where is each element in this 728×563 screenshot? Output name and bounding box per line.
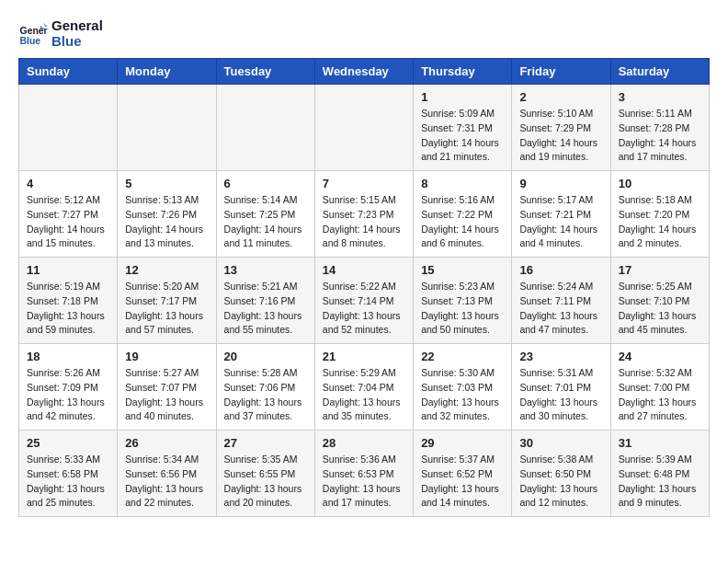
calendar-cell: 30Sunrise: 5:38 AM Sunset: 6:50 PM Dayli… bbox=[512, 431, 610, 517]
day-info: Sunrise: 5:09 AM Sunset: 7:31 PM Dayligh… bbox=[421, 107, 504, 165]
day-number: 22 bbox=[421, 350, 504, 363]
calendar-cell: 16Sunrise: 5:24 AM Sunset: 7:11 PM Dayli… bbox=[512, 258, 610, 344]
day-info: Sunrise: 5:10 AM Sunset: 7:29 PM Dayligh… bbox=[519, 107, 602, 165]
calendar-cell: 15Sunrise: 5:23 AM Sunset: 7:13 PM Dayli… bbox=[414, 258, 512, 344]
day-number: 13 bbox=[224, 263, 307, 277]
calendar-week-2: 4Sunrise: 5:12 AM Sunset: 7:27 PM Daylig… bbox=[19, 171, 710, 258]
day-number: 17 bbox=[619, 263, 701, 277]
calendar-cell: 21Sunrise: 5:29 AM Sunset: 7:04 PM Dayli… bbox=[314, 344, 413, 431]
day-info: Sunrise: 5:21 AM Sunset: 7:16 PM Dayligh… bbox=[224, 280, 307, 338]
logo-general-text: General bbox=[51, 18, 103, 34]
calendar-cell: 27Sunrise: 5:35 AM Sunset: 6:55 PM Dayli… bbox=[216, 431, 314, 517]
calendar-cell: 14Sunrise: 5:22 AM Sunset: 7:14 PM Dayli… bbox=[314, 258, 413, 344]
calendar-cell: 7Sunrise: 5:15 AM Sunset: 7:23 PM Daylig… bbox=[314, 171, 413, 258]
day-info: Sunrise: 5:26 AM Sunset: 7:09 PM Dayligh… bbox=[27, 366, 109, 424]
day-info: Sunrise: 5:35 AM Sunset: 6:55 PM Dayligh… bbox=[224, 453, 307, 511]
day-number: 15 bbox=[421, 263, 504, 277]
day-number: 3 bbox=[619, 90, 701, 104]
day-info: Sunrise: 5:18 AM Sunset: 7:20 PM Dayligh… bbox=[619, 193, 701, 251]
day-number: 29 bbox=[421, 436, 504, 450]
day-info: Sunrise: 5:22 AM Sunset: 7:14 PM Dayligh… bbox=[323, 280, 405, 338]
svg-text:General: General bbox=[20, 26, 48, 36]
day-info: Sunrise: 5:24 AM Sunset: 7:11 PM Dayligh… bbox=[519, 280, 602, 338]
day-info: Sunrise: 5:19 AM Sunset: 7:18 PM Dayligh… bbox=[27, 280, 109, 338]
calendar-cell: 24Sunrise: 5:32 AM Sunset: 7:00 PM Dayli… bbox=[610, 344, 709, 431]
calendar-cell: 29Sunrise: 5:37 AM Sunset: 6:52 PM Dayli… bbox=[414, 431, 512, 517]
day-number: 8 bbox=[421, 177, 504, 190]
day-info: Sunrise: 5:36 AM Sunset: 6:53 PM Dayligh… bbox=[323, 453, 405, 511]
calendar-cell: 31Sunrise: 5:39 AM Sunset: 6:48 PM Dayli… bbox=[610, 431, 709, 517]
day-number: 14 bbox=[323, 263, 405, 277]
day-info: Sunrise: 5:13 AM Sunset: 7:26 PM Dayligh… bbox=[125, 193, 208, 251]
calendar-cell: 2Sunrise: 5:10 AM Sunset: 7:29 PM Daylig… bbox=[512, 85, 610, 171]
day-info: Sunrise: 5:27 AM Sunset: 7:07 PM Dayligh… bbox=[125, 366, 208, 424]
calendar-cell: 19Sunrise: 5:27 AM Sunset: 7:07 PM Dayli… bbox=[118, 344, 216, 431]
calendar-cell: 9Sunrise: 5:17 AM Sunset: 7:21 PM Daylig… bbox=[512, 171, 610, 258]
day-info: Sunrise: 5:37 AM Sunset: 6:52 PM Dayligh… bbox=[421, 453, 504, 511]
calendar-cell: 12Sunrise: 5:20 AM Sunset: 7:17 PM Dayli… bbox=[118, 258, 216, 344]
day-info: Sunrise: 5:16 AM Sunset: 7:22 PM Dayligh… bbox=[421, 193, 504, 251]
weekday-header-tuesday: Tuesday bbox=[216, 59, 314, 85]
calendar-cell: 17Sunrise: 5:25 AM Sunset: 7:10 PM Dayli… bbox=[610, 258, 709, 344]
calendar-cell: 22Sunrise: 5:30 AM Sunset: 7:03 PM Dayli… bbox=[414, 344, 512, 431]
day-number: 2 bbox=[519, 90, 602, 104]
calendar-cell: 18Sunrise: 5:26 AM Sunset: 7:09 PM Dayli… bbox=[19, 344, 118, 431]
calendar-week-3: 11Sunrise: 5:19 AM Sunset: 7:18 PM Dayli… bbox=[19, 258, 710, 344]
day-info: Sunrise: 5:23 AM Sunset: 7:13 PM Dayligh… bbox=[421, 280, 504, 338]
day-number: 30 bbox=[519, 436, 602, 450]
weekday-header-sunday: Sunday bbox=[19, 59, 118, 85]
calendar-cell: 25Sunrise: 5:33 AM Sunset: 6:58 PM Dayli… bbox=[19, 431, 118, 517]
day-number: 6 bbox=[224, 177, 307, 190]
day-info: Sunrise: 5:11 AM Sunset: 7:28 PM Dayligh… bbox=[619, 107, 701, 165]
calendar-cell: 28Sunrise: 5:36 AM Sunset: 6:53 PM Dayli… bbox=[314, 431, 413, 517]
calendar-cell: 10Sunrise: 5:18 AM Sunset: 7:20 PM Dayli… bbox=[610, 171, 709, 258]
weekday-header-row: SundayMondayTuesdayWednesdayThursdayFrid… bbox=[19, 59, 710, 85]
day-number: 31 bbox=[619, 436, 701, 450]
day-info: Sunrise: 5:33 AM Sunset: 6:58 PM Dayligh… bbox=[27, 453, 109, 511]
day-info: Sunrise: 5:30 AM Sunset: 7:03 PM Dayligh… bbox=[421, 366, 504, 424]
calendar-cell: 3Sunrise: 5:11 AM Sunset: 7:28 PM Daylig… bbox=[610, 85, 709, 171]
calendar-cell: 11Sunrise: 5:19 AM Sunset: 7:18 PM Dayli… bbox=[19, 258, 118, 344]
day-info: Sunrise: 5:34 AM Sunset: 6:56 PM Dayligh… bbox=[125, 453, 208, 511]
day-info: Sunrise: 5:25 AM Sunset: 7:10 PM Dayligh… bbox=[619, 280, 701, 338]
calendar-cell bbox=[314, 85, 413, 171]
page-header: General Blue General Blue bbox=[18, 18, 710, 49]
weekday-header-saturday: Saturday bbox=[610, 59, 709, 85]
calendar-cell bbox=[118, 85, 216, 171]
day-info: Sunrise: 5:31 AM Sunset: 7:01 PM Dayligh… bbox=[519, 366, 602, 424]
day-number: 25 bbox=[27, 436, 109, 450]
day-info: Sunrise: 5:15 AM Sunset: 7:23 PM Dayligh… bbox=[323, 193, 405, 251]
day-number: 1 bbox=[421, 90, 504, 104]
day-number: 19 bbox=[125, 350, 208, 363]
day-number: 4 bbox=[27, 177, 109, 190]
day-info: Sunrise: 5:17 AM Sunset: 7:21 PM Dayligh… bbox=[519, 193, 602, 251]
weekday-header-wednesday: Wednesday bbox=[314, 59, 413, 85]
logo-icon: General Blue bbox=[18, 19, 48, 49]
day-number: 27 bbox=[224, 436, 307, 450]
calendar-table: SundayMondayTuesdayWednesdayThursdayFrid… bbox=[18, 58, 710, 517]
day-info: Sunrise: 5:28 AM Sunset: 7:06 PM Dayligh… bbox=[224, 366, 307, 424]
day-info: Sunrise: 5:32 AM Sunset: 7:00 PM Dayligh… bbox=[619, 366, 701, 424]
weekday-header-friday: Friday bbox=[512, 59, 610, 85]
day-number: 10 bbox=[619, 177, 701, 190]
day-info: Sunrise: 5:20 AM Sunset: 7:17 PM Dayligh… bbox=[125, 280, 208, 338]
calendar-week-1: 1Sunrise: 5:09 AM Sunset: 7:31 PM Daylig… bbox=[19, 85, 710, 171]
calendar-week-5: 25Sunrise: 5:33 AM Sunset: 6:58 PM Dayli… bbox=[19, 431, 710, 517]
calendar-cell: 20Sunrise: 5:28 AM Sunset: 7:06 PM Dayli… bbox=[216, 344, 314, 431]
day-number: 24 bbox=[619, 350, 701, 363]
calendar-cell bbox=[19, 85, 118, 171]
day-info: Sunrise: 5:39 AM Sunset: 6:48 PM Dayligh… bbox=[619, 453, 701, 511]
day-number: 11 bbox=[27, 263, 109, 277]
calendar-cell: 13Sunrise: 5:21 AM Sunset: 7:16 PM Dayli… bbox=[216, 258, 314, 344]
calendar-cell: 26Sunrise: 5:34 AM Sunset: 6:56 PM Dayli… bbox=[118, 431, 216, 517]
calendar-cell: 23Sunrise: 5:31 AM Sunset: 7:01 PM Dayli… bbox=[512, 344, 610, 431]
calendar-cell: 6Sunrise: 5:14 AM Sunset: 7:25 PM Daylig… bbox=[216, 171, 314, 258]
calendar-cell: 4Sunrise: 5:12 AM Sunset: 7:27 PM Daylig… bbox=[19, 171, 118, 258]
day-number: 12 bbox=[125, 263, 208, 277]
calendar-cell: 8Sunrise: 5:16 AM Sunset: 7:22 PM Daylig… bbox=[414, 171, 512, 258]
logo: General Blue General Blue bbox=[18, 18, 103, 49]
day-info: Sunrise: 5:14 AM Sunset: 7:25 PM Dayligh… bbox=[224, 193, 307, 251]
calendar-cell: 5Sunrise: 5:13 AM Sunset: 7:26 PM Daylig… bbox=[118, 171, 216, 258]
day-number: 5 bbox=[125, 177, 208, 190]
weekday-header-monday: Monday bbox=[118, 59, 216, 85]
